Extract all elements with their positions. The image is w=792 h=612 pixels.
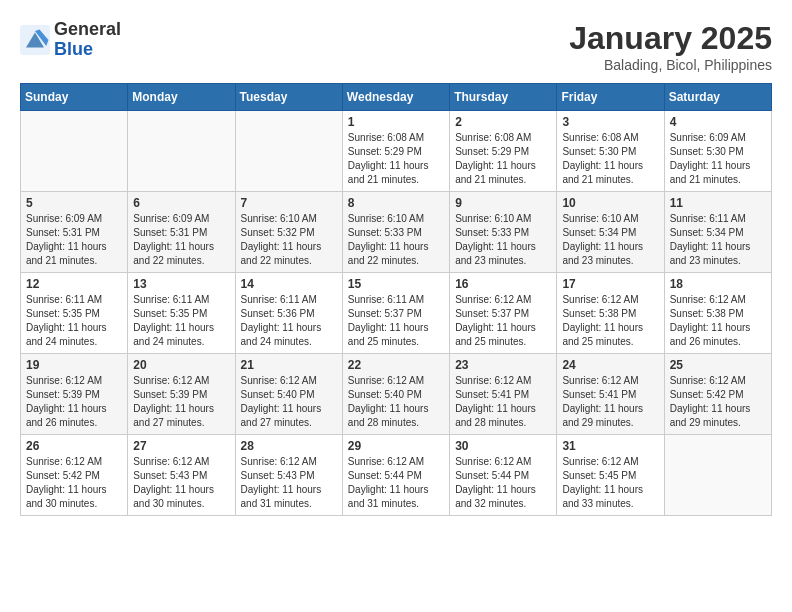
day-number: 25 [670,358,766,372]
day-info: Sunrise: 6:08 AM Sunset: 5:29 PM Dayligh… [455,131,551,187]
day-info: Sunrise: 6:12 AM Sunset: 5:44 PM Dayligh… [455,455,551,511]
day-info: Sunrise: 6:10 AM Sunset: 5:33 PM Dayligh… [348,212,444,268]
calendar-cell: 14Sunrise: 6:11 AM Sunset: 5:36 PM Dayli… [235,273,342,354]
day-info: Sunrise: 6:11 AM Sunset: 5:37 PM Dayligh… [348,293,444,349]
day-info: Sunrise: 6:12 AM Sunset: 5:38 PM Dayligh… [562,293,658,349]
day-number: 5 [26,196,122,210]
calendar-cell: 5Sunrise: 6:09 AM Sunset: 5:31 PM Daylig… [21,192,128,273]
calendar-cell: 7Sunrise: 6:10 AM Sunset: 5:32 PM Daylig… [235,192,342,273]
calendar-table: SundayMondayTuesdayWednesdayThursdayFrid… [20,83,772,516]
calendar-cell: 9Sunrise: 6:10 AM Sunset: 5:33 PM Daylig… [450,192,557,273]
calendar-cell [664,435,771,516]
calendar-cell: 20Sunrise: 6:12 AM Sunset: 5:39 PM Dayli… [128,354,235,435]
day-number: 26 [26,439,122,453]
day-number: 15 [348,277,444,291]
day-number: 16 [455,277,551,291]
day-info: Sunrise: 6:12 AM Sunset: 5:42 PM Dayligh… [26,455,122,511]
calendar-cell: 12Sunrise: 6:11 AM Sunset: 5:35 PM Dayli… [21,273,128,354]
calendar-cell: 27Sunrise: 6:12 AM Sunset: 5:43 PM Dayli… [128,435,235,516]
calendar-body: 1Sunrise: 6:08 AM Sunset: 5:29 PM Daylig… [21,111,772,516]
calendar-cell: 15Sunrise: 6:11 AM Sunset: 5:37 PM Dayli… [342,273,449,354]
calendar-cell: 31Sunrise: 6:12 AM Sunset: 5:45 PM Dayli… [557,435,664,516]
day-info: Sunrise: 6:10 AM Sunset: 5:33 PM Dayligh… [455,212,551,268]
calendar-cell: 28Sunrise: 6:12 AM Sunset: 5:43 PM Dayli… [235,435,342,516]
week-row-0: 1Sunrise: 6:08 AM Sunset: 5:29 PM Daylig… [21,111,772,192]
logo-icon [20,25,50,55]
day-number: 8 [348,196,444,210]
calendar-cell: 6Sunrise: 6:09 AM Sunset: 5:31 PM Daylig… [128,192,235,273]
logo-line2: Blue [54,40,121,60]
day-number: 19 [26,358,122,372]
day-number: 3 [562,115,658,129]
calendar-cell: 19Sunrise: 6:12 AM Sunset: 5:39 PM Dayli… [21,354,128,435]
day-header-thursday: Thursday [450,84,557,111]
calendar-cell: 23Sunrise: 6:12 AM Sunset: 5:41 PM Dayli… [450,354,557,435]
day-info: Sunrise: 6:11 AM Sunset: 5:34 PM Dayligh… [670,212,766,268]
day-info: Sunrise: 6:12 AM Sunset: 5:45 PM Dayligh… [562,455,658,511]
week-row-1: 5Sunrise: 6:09 AM Sunset: 5:31 PM Daylig… [21,192,772,273]
calendar-cell: 21Sunrise: 6:12 AM Sunset: 5:40 PM Dayli… [235,354,342,435]
day-number: 2 [455,115,551,129]
calendar-cell: 26Sunrise: 6:12 AM Sunset: 5:42 PM Dayli… [21,435,128,516]
days-of-week-row: SundayMondayTuesdayWednesdayThursdayFrid… [21,84,772,111]
calendar-cell: 10Sunrise: 6:10 AM Sunset: 5:34 PM Dayli… [557,192,664,273]
day-info: Sunrise: 6:12 AM Sunset: 5:43 PM Dayligh… [241,455,337,511]
page-header: General Blue January 2025 Balading, Bico… [20,20,772,73]
calendar-cell: 4Sunrise: 6:09 AM Sunset: 5:30 PM Daylig… [664,111,771,192]
day-info: Sunrise: 6:12 AM Sunset: 5:40 PM Dayligh… [241,374,337,430]
calendar-cell: 30Sunrise: 6:12 AM Sunset: 5:44 PM Dayli… [450,435,557,516]
day-info: Sunrise: 6:12 AM Sunset: 5:39 PM Dayligh… [26,374,122,430]
day-number: 18 [670,277,766,291]
day-number: 1 [348,115,444,129]
calendar-cell: 25Sunrise: 6:12 AM Sunset: 5:42 PM Dayli… [664,354,771,435]
day-info: Sunrise: 6:12 AM Sunset: 5:42 PM Dayligh… [670,374,766,430]
day-number: 31 [562,439,658,453]
day-number: 20 [133,358,229,372]
calendar-cell: 13Sunrise: 6:11 AM Sunset: 5:35 PM Dayli… [128,273,235,354]
day-info: Sunrise: 6:12 AM Sunset: 5:41 PM Dayligh… [455,374,551,430]
day-number: 21 [241,358,337,372]
calendar-cell: 2Sunrise: 6:08 AM Sunset: 5:29 PM Daylig… [450,111,557,192]
day-number: 28 [241,439,337,453]
day-info: Sunrise: 6:11 AM Sunset: 5:36 PM Dayligh… [241,293,337,349]
day-info: Sunrise: 6:09 AM Sunset: 5:31 PM Dayligh… [133,212,229,268]
day-number: 23 [455,358,551,372]
calendar-cell: 29Sunrise: 6:12 AM Sunset: 5:44 PM Dayli… [342,435,449,516]
day-number: 6 [133,196,229,210]
day-number: 24 [562,358,658,372]
day-header-friday: Friday [557,84,664,111]
day-header-wednesday: Wednesday [342,84,449,111]
day-number: 22 [348,358,444,372]
calendar-cell: 1Sunrise: 6:08 AM Sunset: 5:29 PM Daylig… [342,111,449,192]
calendar-cell: 11Sunrise: 6:11 AM Sunset: 5:34 PM Dayli… [664,192,771,273]
calendar-cell: 18Sunrise: 6:12 AM Sunset: 5:38 PM Dayli… [664,273,771,354]
day-number: 13 [133,277,229,291]
day-info: Sunrise: 6:12 AM Sunset: 5:44 PM Dayligh… [348,455,444,511]
day-number: 11 [670,196,766,210]
day-info: Sunrise: 6:11 AM Sunset: 5:35 PM Dayligh… [26,293,122,349]
day-info: Sunrise: 6:12 AM Sunset: 5:37 PM Dayligh… [455,293,551,349]
day-number: 14 [241,277,337,291]
logo: General Blue [20,20,121,60]
day-header-tuesday: Tuesday [235,84,342,111]
logo-line1: General [54,20,121,40]
logo-text: General Blue [54,20,121,60]
calendar-header: SundayMondayTuesdayWednesdayThursdayFrid… [21,84,772,111]
day-number: 12 [26,277,122,291]
calendar-cell [235,111,342,192]
calendar-cell: 8Sunrise: 6:10 AM Sunset: 5:33 PM Daylig… [342,192,449,273]
day-info: Sunrise: 6:08 AM Sunset: 5:30 PM Dayligh… [562,131,658,187]
day-info: Sunrise: 6:12 AM Sunset: 5:39 PM Dayligh… [133,374,229,430]
day-info: Sunrise: 6:12 AM Sunset: 5:40 PM Dayligh… [348,374,444,430]
day-info: Sunrise: 6:12 AM Sunset: 5:41 PM Dayligh… [562,374,658,430]
day-header-sunday: Sunday [21,84,128,111]
day-info: Sunrise: 6:12 AM Sunset: 5:38 PM Dayligh… [670,293,766,349]
calendar-cell: 24Sunrise: 6:12 AM Sunset: 5:41 PM Dayli… [557,354,664,435]
week-row-3: 19Sunrise: 6:12 AM Sunset: 5:39 PM Dayli… [21,354,772,435]
day-number: 10 [562,196,658,210]
day-info: Sunrise: 6:12 AM Sunset: 5:43 PM Dayligh… [133,455,229,511]
title-block: January 2025 Balading, Bicol, Philippine… [569,20,772,73]
day-number: 9 [455,196,551,210]
calendar-cell: 3Sunrise: 6:08 AM Sunset: 5:30 PM Daylig… [557,111,664,192]
day-number: 17 [562,277,658,291]
